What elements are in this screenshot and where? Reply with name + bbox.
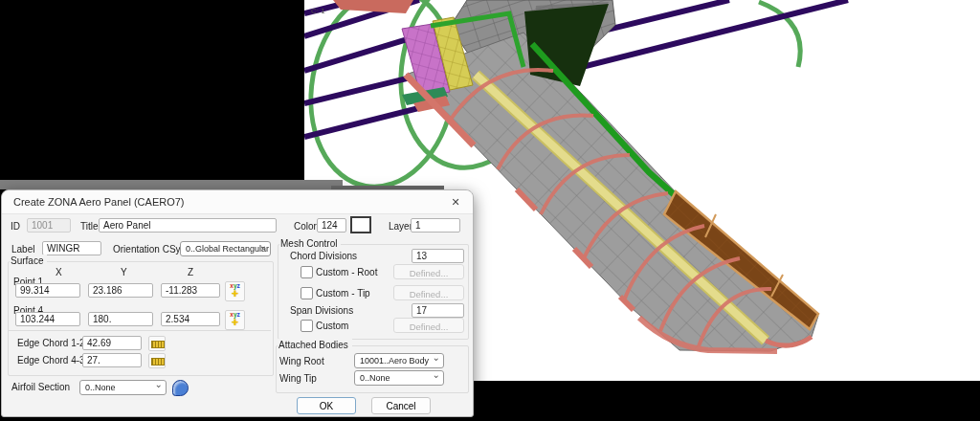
ok-button[interactable]: OK xyxy=(297,397,356,414)
csys-view-label: C: 1 xyxy=(311,7,325,15)
wing-root-value: 10001..Aero Body xyxy=(360,355,429,367)
ruler-icon xyxy=(151,341,165,348)
color-field[interactable] xyxy=(317,218,346,233)
point4-z-field[interactable] xyxy=(161,312,220,326)
crosshair-icon: + xyxy=(226,318,244,328)
title-label: Title xyxy=(80,220,99,233)
cancel-button[interactable]: Cancel xyxy=(371,397,431,414)
airfoil-icon xyxy=(172,380,189,396)
orientation-csys-dropdown[interactable]: 0..Global Rectangular ⌄ xyxy=(180,241,271,256)
close-icon[interactable]: ✕ xyxy=(448,194,463,210)
span-divisions-label: Span Divisions xyxy=(290,304,353,317)
layer-field[interactable] xyxy=(411,218,460,233)
orientation-csys-label: Orientation CSys xyxy=(113,243,186,255)
custom-root-label: Custom - Root xyxy=(316,266,377,278)
dialog-titlebar[interactable]: Create ZONA Aero Panel (CAERO7) ✕ xyxy=(2,190,473,214)
column-z-label: Z xyxy=(188,266,193,278)
defined-span-button[interactable]: Defined... xyxy=(393,318,464,333)
point4-x-field[interactable] xyxy=(15,312,80,326)
column-x-label: X xyxy=(56,266,62,278)
measure-edge-43-button[interactable] xyxy=(148,353,166,368)
span-divisions-field[interactable] xyxy=(412,303,464,318)
wing-root-label: Wing Root xyxy=(279,355,324,367)
chord-divisions-field[interactable] xyxy=(412,249,464,263)
attached-bodies-group-label: Attached Bodies xyxy=(278,339,352,351)
chevron-down-icon: ⌄ xyxy=(155,379,163,389)
column-y-label: Y xyxy=(121,266,127,278)
color-swatch[interactable] xyxy=(350,216,371,233)
window-edge-bar xyxy=(0,180,343,189)
crosshair-icon: + xyxy=(226,289,244,299)
orientation-csys-value: 0..Global Rectangular xyxy=(186,243,269,255)
label-field[interactable] xyxy=(42,241,101,255)
wing-tip-label: Wing Tip xyxy=(279,372,317,385)
chevron-down-icon: ⌄ xyxy=(433,352,440,363)
dialog-title: Create ZONA Aero Panel (CAERO7) xyxy=(13,190,185,213)
point4-y-field[interactable] xyxy=(88,312,153,326)
edge-chord-43-label: Edge Chord 4-3 xyxy=(17,354,85,366)
edge-chord-12-label: Edge Chord 1-2 xyxy=(17,337,85,349)
point1-y-field[interactable] xyxy=(88,283,153,298)
airfoil-section-label: Airfoil Section xyxy=(11,381,70,393)
defined-tip-button[interactable]: Defined... xyxy=(393,285,464,300)
defined-root-button[interactable]: Defined... xyxy=(393,264,464,279)
custom-span-label: Custom xyxy=(316,320,348,332)
id-field[interactable] xyxy=(27,218,71,233)
chevron-down-icon: ⌄ xyxy=(259,240,267,251)
title-field[interactable] xyxy=(99,218,277,233)
measure-edge-12-button[interactable] xyxy=(148,336,166,351)
point4-coordinate-picker-button[interactable]: xyz + xyxy=(225,310,245,330)
airfoil-library-button[interactable] xyxy=(171,379,189,396)
custom-span-checkbox[interactable] xyxy=(301,320,313,332)
wing-root-dropdown[interactable]: 10001..Aero Body ⌄ xyxy=(354,353,444,368)
create-zona-aero-panel-dialog: Create ZONA Aero Panel (CAERO7) ✕ ID Tit… xyxy=(1,189,474,417)
edge-chord-12-field[interactable] xyxy=(82,336,142,350)
mesh-control-group-label: Mesh Control xyxy=(279,237,341,250)
custom-root-checkbox[interactable] xyxy=(301,266,313,278)
chord-divisions-label: Chord Divisions xyxy=(290,250,357,262)
chevron-down-icon: ⌄ xyxy=(433,369,440,380)
airfoil-section-value: 0..None xyxy=(85,382,116,394)
ruler-icon xyxy=(151,358,165,366)
point1-z-field[interactable] xyxy=(161,283,220,298)
point1-coordinate-picker-button[interactable]: xyz + xyxy=(225,281,245,301)
surface-divider xyxy=(9,330,271,331)
id-label: ID xyxy=(11,220,20,233)
surface-group-label: Surface xyxy=(10,255,47,267)
wing-tip-dropdown[interactable]: 0..None ⌄ xyxy=(354,370,444,386)
airfoil-section-dropdown[interactable]: 0..None ⌄ xyxy=(79,380,167,395)
edge-chord-43-field[interactable] xyxy=(82,353,142,367)
point1-x-field[interactable] xyxy=(15,283,80,298)
custom-tip-checkbox[interactable] xyxy=(301,287,313,299)
color-label: Color xyxy=(294,220,317,233)
left-black-panel xyxy=(0,0,304,182)
wing-tip-value: 0..None xyxy=(360,372,390,385)
layer-label: Layer xyxy=(389,220,412,233)
custom-tip-label: Custom - Tip xyxy=(316,287,370,299)
